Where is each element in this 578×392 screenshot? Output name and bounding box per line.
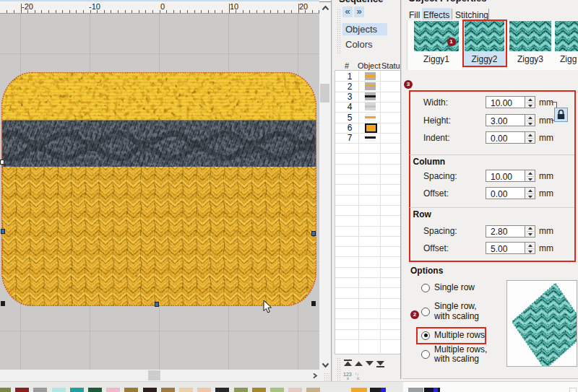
svg-text:123: 123 — [343, 372, 352, 377]
svg-text:↑↓: ↑↓ — [355, 372, 359, 376]
